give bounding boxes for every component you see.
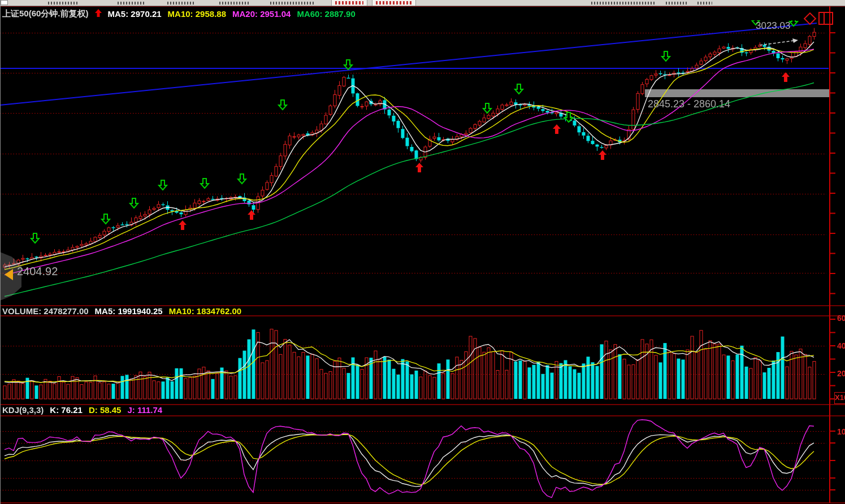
toolbar-text-fragment	[666, 2, 688, 5]
window-panes-icon[interactable]	[818, 12, 833, 25]
ma20-value: MA20: 2951.04	[232, 9, 291, 19]
toolbar-corner-icon[interactable]	[1, 0, 8, 5]
toolbar-button[interactable]	[372, 0, 416, 6]
toolbar-button[interactable]	[331, 0, 367, 6]
kdj-k-value: K: 76.21	[50, 405, 83, 415]
instrument-title: 上证50(60分钟.前复权)	[2, 8, 89, 19]
volume-multiplier-badge: X10	[834, 392, 845, 404]
left-nav-arrow-icon[interactable]	[5, 269, 13, 280]
window-left-edge	[0, 0, 1, 504]
volume-axis-400: 400	[837, 341, 845, 350]
toolbar-text-fragment	[591, 2, 656, 5]
kdj-d-value: D: 58.45	[89, 405, 122, 415]
toolbar-menu-fragment[interactable]	[48, 2, 79, 5]
ma10-value: MA10: 2958.88	[168, 9, 226, 19]
volume-ma10-value: MA10: 1834762.00	[169, 306, 241, 316]
toolbar-menu-fragment[interactable]	[270, 2, 314, 5]
high-price-label: 3023.03	[756, 20, 790, 32]
volume-ma5-value: MA5: 1991940.25	[95, 306, 163, 316]
chart-canvas[interactable]	[0, 0, 845, 504]
volume-axis-200: 200	[837, 369, 845, 378]
volume-header: VOLUME: 2478277.00 MA5: 1991940.25 MA10:…	[2, 306, 241, 316]
toolbar-menu-fragment[interactable]	[118, 2, 145, 5]
toolbar-text-fragment	[697, 2, 712, 5]
ma60-value: MA60: 2887.90	[297, 9, 355, 19]
volume-value: VOLUME: 2478277.00	[2, 306, 89, 316]
volume-axis-600: 600	[837, 314, 845, 323]
ma5-value: MA5: 2970.21	[108, 9, 162, 19]
main-chart-header: 上证50(60分钟.前复权) MA5: 2970.21 MA10: 2958.8…	[2, 8, 356, 19]
kdj-j-value: J: 111.74	[127, 405, 162, 415]
toolbar-menu-fragment[interactable]	[167, 2, 196, 5]
up-arrow-icon	[95, 9, 102, 19]
kdj-axis-100: 100	[837, 427, 845, 436]
kdj-header: KDJ(9,3,3) K: 76.21 D: 58.45 J: 111.74	[2, 405, 162, 415]
toolbar[interactable]	[0, 0, 845, 6]
kdj-name: KDJ(9,3,3)	[2, 405, 44, 415]
low-price-label: 2404.92	[17, 265, 58, 278]
resistance-band-label: 2845.23 - 2860.14	[648, 98, 730, 110]
toolbar-menu-fragment[interactable]	[219, 2, 250, 5]
